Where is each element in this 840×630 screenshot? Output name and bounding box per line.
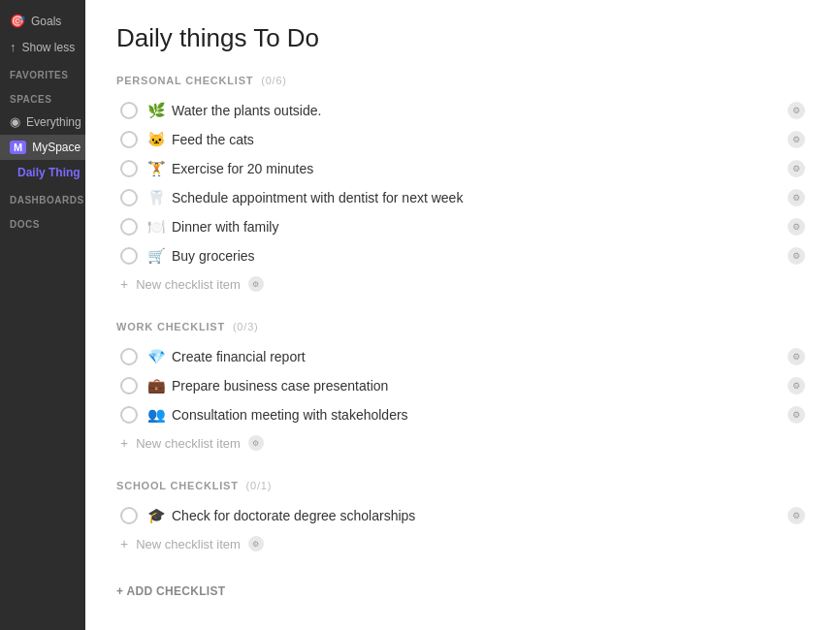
checkbox[interactable] [120, 348, 138, 365]
sidebar-section-spaces: SPACES [0, 84, 85, 109]
checkbox[interactable] [120, 507, 138, 524]
checklist-item[interactable]: 💼 Prepare business case presentation ⚙ [116, 371, 809, 400]
new-item-label: New checklist item [136, 436, 241, 451]
checklist-item[interactable]: 👥 Consultation meeting with stakeholders… [116, 400, 809, 429]
new-item-label: New checklist item [136, 277, 241, 292]
checklist-item[interactable]: 💎 Create financial report ⚙ [116, 342, 809, 371]
checklist-item[interactable]: 🏋️ Exercise for 20 minutes ⚙ [116, 154, 809, 183]
sidebar-item-label: MySpace [32, 141, 81, 154]
personal-checklist-section: PERSONAL CHECKLIST (0/6) 🌿 Water the pla… [116, 75, 809, 298]
item-gear-icon[interactable]: ⚙ [788, 189, 805, 206]
new-checklist-item-school[interactable]: + New checklist item ⚙ [116, 530, 809, 557]
checkbox[interactable] [120, 406, 138, 424]
sidebar-item-label: Goals [31, 15, 61, 28]
item-gear-icon[interactable]: ⚙ [788, 247, 805, 265]
item-gear-icon[interactable]: ⚙ [788, 131, 805, 148]
chevron-up-icon: ↑ [10, 40, 16, 54]
item-gear-icon[interactable]: ⚙ [788, 406, 805, 424]
personal-checklist-header: PERSONAL CHECKLIST (0/6) [116, 75, 809, 86]
plus-icon: + [120, 536, 128, 551]
checkbox[interactable] [120, 377, 138, 394]
item-gear-icon[interactable]: ⚙ [788, 507, 805, 524]
page-title: Daily things To Do [116, 23, 809, 53]
checkbox[interactable] [120, 102, 138, 119]
sidebar-item-label: Show less [22, 41, 76, 54]
work-checklist-section: WORK CHECKLIST (0/3) 💎 Create financial … [116, 321, 809, 457]
checklist-item[interactable]: 🛒 Buy groceries ⚙ [116, 241, 809, 270]
new-item-gear-icon[interactable]: ⚙ [248, 435, 264, 451]
sidebar-item-show-less[interactable]: ↑ Show less [0, 34, 85, 60]
school-checklist-header: SCHOOL CHECKLIST (0/1) [116, 480, 809, 491]
sidebar-section-docs: DOCS [0, 209, 85, 234]
plus-icon: + [120, 435, 128, 451]
checklist-item[interactable]: 🎓 Check for doctorate degree scholarship… [116, 501, 809, 530]
everything-icon: ◉ [10, 114, 20, 129]
item-gear-icon[interactable]: ⚙ [788, 348, 805, 365]
sidebar-item-myspace[interactable]: M MySpace [0, 135, 85, 160]
goals-icon: 🎯 [10, 14, 25, 28]
checklist-item[interactable]: 🍽️ Dinner with family ⚙ [116, 212, 809, 241]
sidebar-item-daily-thing[interactable]: Daily Thing [0, 160, 85, 185]
checkbox[interactable] [120, 131, 138, 148]
myspace-icon: M [10, 141, 26, 154]
sidebar-section-dashboards: DASHBOARDS [0, 185, 85, 209]
checkbox[interactable] [120, 189, 138, 206]
sidebar-section-favorites: FAVORITES [0, 60, 85, 84]
checklist-item[interactable]: 🦷 Schedule appointment with dentist for … [116, 183, 809, 212]
checkbox[interactable] [120, 247, 138, 265]
checklist-item[interactable]: 🐱 Feed the cats ⚙ [116, 125, 809, 154]
item-gear-icon[interactable]: ⚙ [788, 218, 805, 236]
sidebar: 🎯 Goals ↑ Show less FAVORITES SPACES ◉ E… [0, 0, 85, 630]
checklist-item[interactable]: 🌿 Water the plants outside. ⚙ [116, 96, 809, 125]
sidebar-item-goals[interactable]: 🎯 Goals [0, 8, 85, 34]
work-checklist-header: WORK CHECKLIST (0/3) [116, 321, 809, 332]
sidebar-item-label: Daily Thing [17, 166, 81, 179]
add-checklist-button[interactable]: + ADD CHECKLIST [116, 581, 809, 602]
new-checklist-item-work[interactable]: + New checklist item ⚙ [116, 429, 809, 457]
new-checklist-item-personal[interactable]: + New checklist item ⚙ [116, 270, 809, 298]
plus-icon: + [120, 276, 128, 292]
sidebar-item-label: Everything [26, 115, 81, 129]
school-checklist-section: SCHOOL CHECKLIST (0/1) 🎓 Check for docto… [116, 480, 809, 557]
item-gear-icon[interactable]: ⚙ [788, 160, 805, 177]
item-gear-icon[interactable]: ⚙ [788, 102, 805, 119]
item-gear-icon[interactable]: ⚙ [788, 377, 805, 394]
new-item-gear-icon[interactable]: ⚙ [248, 536, 264, 551]
sidebar-item-everything[interactable]: ◉ Everything [0, 109, 85, 135]
main-content: Daily things To Do PERSONAL CHECKLIST (0… [85, 0, 840, 630]
checkbox[interactable] [120, 218, 138, 236]
checkbox[interactable] [120, 160, 138, 177]
new-item-label: New checklist item [136, 537, 241, 551]
new-item-gear-icon[interactable]: ⚙ [248, 276, 264, 292]
